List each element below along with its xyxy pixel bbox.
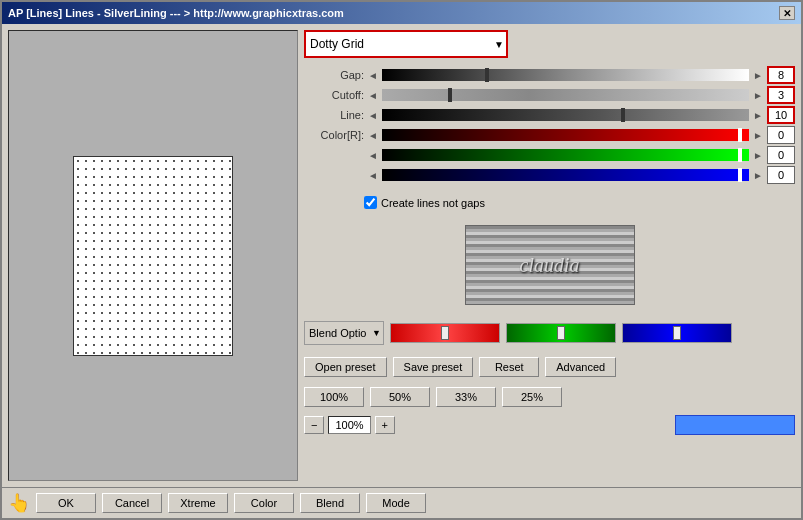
blend-chevron-icon: ▼ <box>372 328 381 338</box>
blue-min-icon: ◄ <box>368 170 378 181</box>
sliders-section: Gap: ◄ ► 8 Cutoff: ◄ <box>304 66 795 184</box>
cutoff-value[interactable]: 3 <box>767 86 795 104</box>
dot-grid-preview <box>74 157 232 355</box>
red-thumb[interactable] <box>738 128 742 142</box>
title-bar-text: AP [Lines] Lines - SilverLining --- > ht… <box>8 7 344 19</box>
zoom-row: − 100% + <box>304 415 795 435</box>
create-lines-label: Create lines not gaps <box>381 197 485 209</box>
preview-image-row: claudia <box>304 221 795 309</box>
gap-slider-container <box>382 67 749 83</box>
cutoff-max-icon: ► <box>753 90 763 101</box>
create-lines-checkbox[interactable] <box>364 196 377 209</box>
reset-button[interactable]: Reset <box>479 357 539 377</box>
blend-blue-thumb[interactable] <box>673 326 681 340</box>
title-bar: AP [Lines] Lines - SilverLining --- > ht… <box>2 2 801 24</box>
blend-row: Blend Optio Normal Multiply ▼ <box>304 321 795 345</box>
red-track <box>382 129 749 141</box>
line-track <box>382 109 749 121</box>
gap-track <box>382 69 749 81</box>
right-panel: Dotty Grid Lines Custom ▼ Gap: ◄ <box>304 30 795 481</box>
blend-green-thumb[interactable] <box>557 326 565 340</box>
cutoff-track <box>382 89 749 101</box>
line-min-icon: ◄ <box>368 110 378 121</box>
xtreme-button[interactable]: Xtreme <box>168 493 228 513</box>
green-min-icon: ◄ <box>368 150 378 161</box>
preview-image: claudia <box>465 225 635 305</box>
preview-stripes: claudia <box>466 226 634 304</box>
mode-button[interactable]: Mode <box>366 493 426 513</box>
green-thumb[interactable] <box>738 148 742 162</box>
cancel-button[interactable]: Cancel <box>102 493 162 513</box>
percent-row: 100% 50% 33% 25% <box>304 387 795 407</box>
red-label: Color[R]: <box>304 129 364 141</box>
checkbox-row: Create lines not gaps <box>304 196 795 209</box>
slider-row-gap: Gap: ◄ ► 8 <box>304 66 795 84</box>
open-preset-button[interactable]: Open preset <box>304 357 387 377</box>
main-window: AP [Lines] Lines - SilverLining --- > ht… <box>0 0 803 520</box>
zoom-plus-button[interactable]: + <box>375 416 395 434</box>
preview-text: claudia <box>520 254 580 277</box>
slider-row-blue: ◄ ► 0 <box>304 166 795 184</box>
preset-select-wrapper[interactable]: Dotty Grid Lines Custom ▼ <box>304 30 508 58</box>
ok-button[interactable]: OK <box>36 493 96 513</box>
blend-slider-blue[interactable] <box>622 323 732 343</box>
line-value[interactable]: 10 <box>767 106 795 124</box>
preset-row: Dotty Grid Lines Custom ▼ <box>304 30 795 58</box>
slider-row-line: Line: ◄ ► 10 <box>304 106 795 124</box>
color-preview-bar <box>675 415 795 435</box>
percent-50-button[interactable]: 50% <box>370 387 430 407</box>
zoom-minus-button[interactable]: − <box>304 416 324 434</box>
zoom-display: 100% <box>328 416 370 434</box>
preset-select[interactable]: Dotty Grid Lines Custom <box>306 32 506 56</box>
blue-value[interactable]: 0 <box>767 166 795 184</box>
line-thumb[interactable] <box>621 108 625 122</box>
green-track <box>382 149 749 161</box>
gap-min-icon: ◄ <box>368 70 378 81</box>
content-area: Dotty Grid Lines Custom ▼ Gap: ◄ <box>2 24 801 487</box>
green-value[interactable]: 0 <box>767 146 795 164</box>
percent-25-button[interactable]: 25% <box>502 387 562 407</box>
close-button[interactable]: ✕ <box>779 6 795 20</box>
cutoff-min-icon: ◄ <box>368 90 378 101</box>
preview-canvas <box>73 156 233 356</box>
red-value[interactable]: 0 <box>767 126 795 144</box>
red-slider-container <box>382 127 749 143</box>
blend-select-wrapper[interactable]: Blend Optio Normal Multiply ▼ <box>304 321 384 345</box>
blend-button[interactable]: Blend <box>300 493 360 513</box>
percent-33-button[interactable]: 33% <box>436 387 496 407</box>
red-max-icon: ► <box>753 130 763 141</box>
advanced-button[interactable]: Advanced <box>545 357 616 377</box>
percent-100-button[interactable]: 100% <box>304 387 364 407</box>
line-label: Line: <box>304 109 364 121</box>
slider-row-green: ◄ ► 0 <box>304 146 795 164</box>
save-preset-button[interactable]: Save preset <box>393 357 474 377</box>
cutoff-label: Cutoff: <box>304 89 364 101</box>
gap-value[interactable]: 8 <box>767 66 795 84</box>
action-buttons-row: Open preset Save preset Reset Advanced <box>304 357 795 377</box>
color-button[interactable]: Color <box>234 493 294 513</box>
cutoff-thumb[interactable] <box>448 88 452 102</box>
bottom-bar: 👆 OK Cancel Xtreme Color Blend Mode <box>2 487 801 518</box>
blue-thumb[interactable] <box>738 168 742 182</box>
blue-max-icon: ► <box>753 170 763 181</box>
blend-slider-red[interactable] <box>390 323 500 343</box>
gap-label: Gap: <box>304 69 364 81</box>
blue-slider-container <box>382 167 749 183</box>
blend-red-thumb[interactable] <box>441 326 449 340</box>
cutoff-slider-container <box>382 87 749 103</box>
blue-track <box>382 169 749 181</box>
red-min-icon: ◄ <box>368 130 378 141</box>
hand-icon: 👆 <box>8 492 30 514</box>
blend-slider-green[interactable] <box>506 323 616 343</box>
left-panel <box>8 30 298 481</box>
slider-row-cutoff: Cutoff: ◄ ► 3 <box>304 86 795 104</box>
green-max-icon: ► <box>753 150 763 161</box>
slider-row-red: Color[R]: ◄ ► 0 <box>304 126 795 144</box>
line-max-icon: ► <box>753 110 763 121</box>
gap-max-icon: ► <box>753 70 763 81</box>
gap-thumb[interactable] <box>485 68 489 82</box>
green-slider-container <box>382 147 749 163</box>
line-slider-container <box>382 107 749 123</box>
